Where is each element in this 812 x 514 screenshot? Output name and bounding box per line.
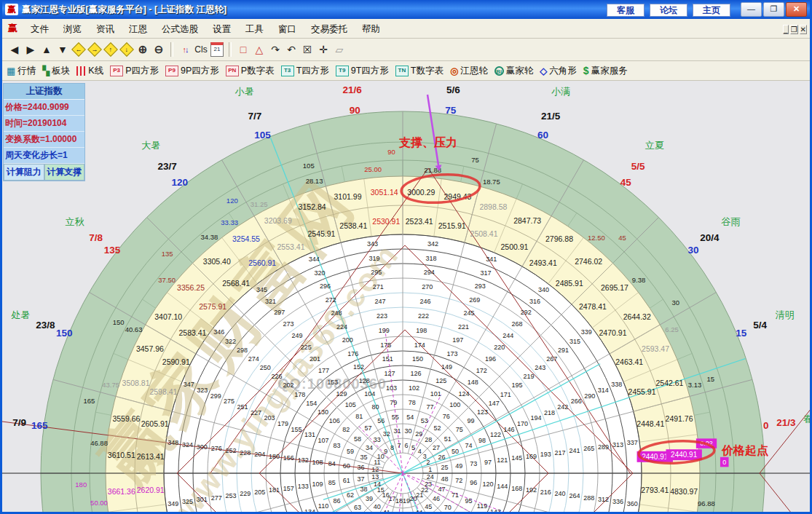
wheel-number: 312 [598, 496, 609, 503]
wheel-number: 146 [503, 426, 514, 433]
menu-item-文件[interactable]: 文件 [23, 22, 56, 36]
menu-item-交易委托[interactable]: 交易委托 [304, 22, 355, 36]
rotate-ccw-icon[interactable]: ↶ [283, 42, 299, 58]
mdi-restore-button[interactable]: ❐ [790, 25, 798, 34]
wheel-number: 193 [540, 451, 551, 458]
wheel-number: 150 [412, 355, 423, 363]
gann-wheel-chart-area[interactable]: 赢家财富网www.yingjia360.comQQ:10080036012345… [2, 81, 812, 514]
box-x-icon[interactable]: ☒ [299, 42, 315, 58]
wheel-number: 223 [377, 312, 387, 320]
titlebar-button-主页[interactable]: 主页 [693, 4, 730, 17]
winner-wheel-button[interactable]: Bi赢家轮 [494, 65, 534, 77]
square-tool-icon[interactable]: □ [235, 42, 251, 58]
highlight-box-value: 2440.91 [671, 451, 698, 459]
calendar-icon[interactable]: 21 [209, 42, 225, 58]
dollar-icon: $ [583, 65, 589, 76]
menu-item-浏览[interactable]: 浏览 [56, 22, 89, 36]
mdi-close-button[interactable]: ✕ [800, 25, 807, 34]
zoom-in-icon[interactable]: ⊕ [135, 42, 151, 58]
forward-arrow-icon[interactable]: ▶ [23, 42, 39, 58]
wheel-number: 147 [489, 400, 500, 407]
kline-icon [76, 66, 86, 76]
p-number-table-button[interactable]: PNP数字表 [226, 65, 275, 77]
wheel-number: 41 [383, 509, 390, 514]
sectors-button[interactable]: ▚板块 [42, 65, 70, 77]
diamond-left-icon[interactable]: ← [71, 42, 87, 58]
gann-wheel-canvas[interactable]: 赢家财富网www.yingjia360.comQQ:10080036012345… [2, 81, 812, 514]
solar-term-label: 处暑 [11, 309, 30, 320]
green-pct-label: 50.00 [90, 499, 108, 507]
quotes-button[interactable]: ▦行情 [7, 65, 36, 77]
zoom-out-icon[interactable]: ⊖ [151, 42, 167, 58]
wheel-number: 250 [260, 364, 271, 371]
calc-support-button[interactable]: 计算支撑 [44, 164, 85, 181]
hexagon-button[interactable]: ◇六角形 [540, 65, 577, 77]
time-updown-icon[interactable]: ↑↓ [177, 42, 193, 58]
gann-wheel-button[interactable]: ◎江恩轮 [450, 65, 488, 77]
wheel-number: 316 [529, 298, 540, 305]
diamond-right-icon[interactable]: → [87, 42, 103, 58]
kline-button[interactable]: K线 [76, 65, 103, 77]
diamond-down-icon[interactable]: ↓ [119, 42, 135, 58]
wheel-number: 192 [526, 486, 537, 494]
menu-item-设置[interactable]: 设置 [205, 22, 238, 36]
wheel-number: 345 [256, 286, 267, 293]
t9-square-button[interactable]: T99T四方形 [336, 65, 389, 77]
wheel-number: 338 [611, 381, 622, 388]
mdi-minimize-button[interactable]: _ [783, 25, 789, 34]
cls-button[interactable]: Cls [193, 42, 209, 58]
titlebar-button-客服[interactable]: 客服 [607, 4, 645, 17]
menu-item-资讯[interactable]: 资讯 [89, 22, 122, 36]
wheel-number: 119 [477, 502, 487, 510]
wheel-number: 126 [410, 370, 421, 377]
wheel-number: 107 [318, 437, 328, 444]
solar-term-label: 小暑 [234, 86, 254, 97]
rotate-cw-icon[interactable]: ↷ [267, 42, 283, 58]
minimize-button[interactable]: — [741, 2, 762, 17]
wheel-number: 228 [240, 449, 251, 456]
t-square-button[interactable]: T3T四方形 [281, 65, 329, 77]
wheel-number: 86 [333, 497, 340, 505]
menu-item-窗口[interactable]: 窗口 [271, 22, 304, 36]
close-button[interactable]: ✕ [786, 2, 807, 17]
diamond-up-icon[interactable]: ↑ [103, 42, 119, 58]
menu-item-公式选股[interactable]: 公式选股 [154, 22, 205, 36]
winner-service-button[interactable]: $赢家服务 [583, 65, 628, 77]
wheel-number: 245 [464, 309, 475, 317]
wheel-number: 317 [481, 269, 492, 277]
back-arrow-icon[interactable]: ◀ [7, 42, 23, 58]
restore-button[interactable]: ❐ [763, 2, 784, 17]
window-title: 赢家江恩专业版[赢家服务平台] - [上证指数 江恩轮] [22, 4, 226, 16]
wheel-number: 109 [312, 481, 323, 488]
wheel-number: 95 [465, 497, 473, 505]
green-degree-label: 150 [113, 318, 125, 326]
titlebar-button-论坛[interactable]: 论坛 [650, 4, 687, 17]
up-arrow-icon[interactable]: ▲ [39, 42, 55, 58]
inner-price-label: 2508.41 [470, 229, 498, 238]
screen-tool-icon[interactable]: ▱ [331, 42, 347, 58]
t-number-table-button[interactable]: TNT数字表 [395, 65, 444, 77]
wheel-number: 264 [569, 492, 580, 499]
inner-price-label: 2545.91 [307, 229, 335, 238]
wheel-number: 123 [477, 408, 488, 416]
wheel-number: 85 [328, 479, 336, 486]
degree-label: 15 [736, 328, 747, 339]
inner-price-label: 2448.41 [636, 419, 664, 428]
menu-item-江恩[interactable]: 江恩 [122, 22, 154, 36]
wheel-number: 275 [224, 398, 234, 405]
center-cross-icon[interactable]: ✛ [315, 42, 331, 58]
p-square-button[interactable]: P3P四方形 [110, 65, 159, 77]
calc-resistance-button[interactable]: 计算阻力 [4, 164, 44, 181]
wheel-number: 4 [418, 448, 422, 455]
wheel-number: 292 [521, 309, 532, 316]
menu-item-帮助[interactable]: 帮助 [355, 22, 387, 36]
green-degree-label: 105 [303, 162, 315, 170]
p9-square-button[interactable]: P99P四方形 [165, 65, 219, 77]
menu-item-工具[interactable]: 工具 [238, 22, 271, 36]
wheel-number: 22 [421, 486, 428, 494]
wheel-number: 315 [569, 338, 580, 345]
wheel-number: 156 [283, 454, 294, 462]
green-pct-label: 43.75 [102, 381, 119, 389]
down-arrow-icon[interactable]: ▼ [55, 42, 71, 58]
triangle-tool-icon[interactable]: △ [251, 42, 267, 58]
